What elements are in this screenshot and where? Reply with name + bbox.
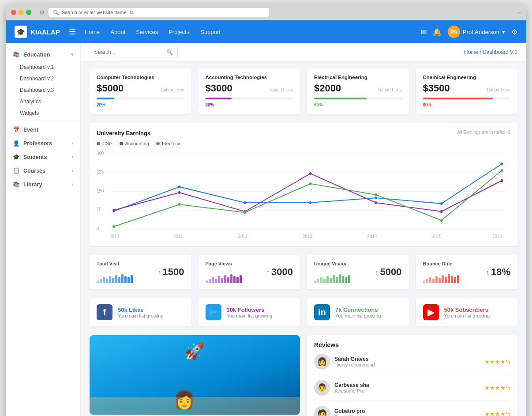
bar-6 bbox=[333, 275, 335, 283]
sidebar-education-group[interactable]: 📚 Education ▾ bbox=[6, 48, 80, 61]
reviewer-name-1: Garbease sha bbox=[334, 382, 369, 388]
address-text: Search or enter website name bbox=[62, 10, 127, 15]
sidebar-library-group[interactable]: 📚 Library › bbox=[6, 178, 80, 191]
stat-pct-1: 30% bbox=[206, 102, 214, 107]
sidebar-item-dashboard-v3[interactable]: Dashboard v.3 bbox=[6, 84, 80, 96]
legend-label-0: CSE bbox=[102, 141, 112, 146]
brand-icon: 🎓 bbox=[15, 26, 27, 38]
svg-text:2016: 2016 bbox=[492, 234, 502, 239]
settings-icon[interactable]: ⚙ bbox=[511, 28, 517, 36]
brand: 🎓 KIAALAP bbox=[15, 26, 60, 38]
sidebar-item-widgets[interactable]: Widgets bbox=[6, 107, 80, 119]
professors-icon: 👤 bbox=[13, 140, 20, 147]
svg-point-21 bbox=[375, 197, 377, 199]
review-stars-2: ★★★★½ bbox=[484, 411, 510, 416]
social-icon-1: 🐦 bbox=[206, 304, 221, 320]
social-desc-2: You main list growing bbox=[335, 313, 381, 318]
bar-0 bbox=[206, 280, 208, 283]
chevron-right-icon: › bbox=[72, 141, 73, 146]
chevron-down-icon: ▾ bbox=[502, 29, 505, 35]
stat-title-1: Accounting Technologies bbox=[206, 75, 293, 80]
sidebar-item-analytics[interactable]: Analytics bbox=[6, 96, 80, 107]
hamburger-menu[interactable]: ☰ bbox=[69, 27, 76, 37]
reviews-title: Reviews bbox=[314, 341, 510, 348]
svg-point-25 bbox=[178, 191, 181, 194]
close-button[interactable] bbox=[11, 10, 16, 15]
svg-point-35 bbox=[375, 193, 377, 196]
bar-9 bbox=[233, 276, 236, 283]
library-label: Library bbox=[23, 182, 42, 188]
nav-project[interactable]: Project bbox=[169, 27, 190, 37]
svg-point-20 bbox=[309, 201, 312, 204]
bar-2 bbox=[320, 277, 322, 283]
nav-about[interactable]: About bbox=[110, 27, 125, 37]
social-count-2: 7k Connections bbox=[335, 306, 381, 313]
sidebar-item-dashboard-v1[interactable]: Dashboard v.1 bbox=[6, 61, 80, 73]
reviewer-name-0: Sarah Graves bbox=[334, 356, 375, 362]
social-icon-3: ▶ bbox=[423, 304, 439, 320]
svg-text:2015: 2015 bbox=[432, 234, 442, 239]
bell-icon[interactable]: 🔔 bbox=[433, 28, 442, 36]
sidebar-event-group[interactable]: 📅 Event bbox=[6, 123, 80, 136]
mail-icon[interactable]: ✉ bbox=[421, 28, 427, 36]
svg-point-37 bbox=[501, 169, 503, 172]
education-label: Education bbox=[23, 52, 50, 58]
search-input[interactable] bbox=[94, 49, 164, 55]
event-icon: 📅 bbox=[13, 126, 20, 133]
students-label: Students bbox=[23, 154, 47, 160]
legend-dot-1 bbox=[120, 142, 123, 145]
reviewer-text-0: Highly recommend bbox=[334, 362, 375, 367]
stat-label-2: Tuition Fees bbox=[378, 87, 402, 94]
sidebar-professors-group[interactable]: 👤 Professors › bbox=[6, 136, 80, 150]
reviewer-text-1: Awesome Pro bbox=[334, 388, 369, 393]
bar-11 bbox=[240, 275, 242, 283]
chevron-down-icon: ▾ bbox=[71, 52, 73, 57]
svg-point-28 bbox=[375, 201, 377, 204]
metric-bars-1 bbox=[206, 270, 242, 283]
svg-point-24 bbox=[112, 209, 115, 212]
nav-home[interactable]: Home bbox=[85, 27, 100, 37]
review-avatar-2: 🧑 bbox=[314, 406, 330, 416]
address-bar[interactable]: 🔍 Search or enter website name ↻ bbox=[49, 8, 269, 17]
metric-value-3: 18% bbox=[491, 266, 510, 278]
social-icon-2: in bbox=[314, 304, 330, 320]
bar-1 bbox=[317, 279, 319, 283]
app-body: 📚 Education ▾ Dashboard v.1 Dashboard v.… bbox=[6, 43, 526, 416]
refresh-icon[interactable]: ↻ bbox=[129, 9, 134, 15]
user-badge[interactable]: PA Prof.Anderson ▾ bbox=[448, 26, 505, 38]
social-count-3: 50k Subscribers bbox=[444, 306, 490, 313]
bar-10 bbox=[236, 277, 239, 283]
svg-text:150: 150 bbox=[97, 189, 104, 193]
sidebar-item-dashboard-v2[interactable]: Dashboard v.2 bbox=[6, 73, 80, 84]
stat-card-1: Accounting Technologies $3000 Tuition Fe… bbox=[199, 68, 300, 114]
bar-11 bbox=[348, 275, 350, 283]
brand-name: KIAALAP bbox=[30, 28, 60, 36]
stat-value-2: $2000 bbox=[314, 83, 341, 94]
metric-bars-2 bbox=[314, 270, 350, 283]
bar-2 bbox=[103, 277, 105, 283]
minimize-button[interactable] bbox=[19, 10, 24, 15]
legend-label-1: Accounting bbox=[125, 141, 149, 146]
reviewer-text-2: Great Website bbox=[334, 414, 365, 416]
social-row: f 50k Likes You main list growing 🐦 30k … bbox=[90, 298, 517, 326]
metric-card-1: Page Views ↑ 3000 bbox=[199, 255, 300, 289]
nav-services[interactable]: Services bbox=[136, 27, 158, 37]
legend-dot-2 bbox=[156, 142, 160, 145]
bar-9 bbox=[124, 276, 127, 283]
breadcrumb-home[interactable]: Home bbox=[464, 49, 478, 55]
chevron-right-icon: › bbox=[72, 182, 73, 187]
svg-point-29 bbox=[440, 210, 443, 213]
sidebar-courses-group[interactable]: 📋 Courses › bbox=[6, 164, 80, 178]
navbar: 🎓 KIAALAP ☰ Home About Services Project … bbox=[6, 20, 526, 43]
sidebar-students-group[interactable]: 🎓 Students › bbox=[6, 150, 80, 164]
nav-support[interactable]: Support bbox=[200, 27, 221, 37]
bar-10 bbox=[454, 277, 456, 283]
maximize-button[interactable] bbox=[26, 10, 31, 15]
search-box[interactable]: 🔍 bbox=[90, 47, 178, 57]
courses-icon: 📋 bbox=[13, 167, 20, 174]
svg-point-36 bbox=[440, 219, 443, 222]
bar-5 bbox=[438, 278, 441, 283]
review-avatar-1: 👨 bbox=[314, 380, 330, 396]
gear-icon: ⚙ bbox=[39, 9, 45, 16]
new-tab-button[interactable]: + bbox=[517, 8, 521, 16]
